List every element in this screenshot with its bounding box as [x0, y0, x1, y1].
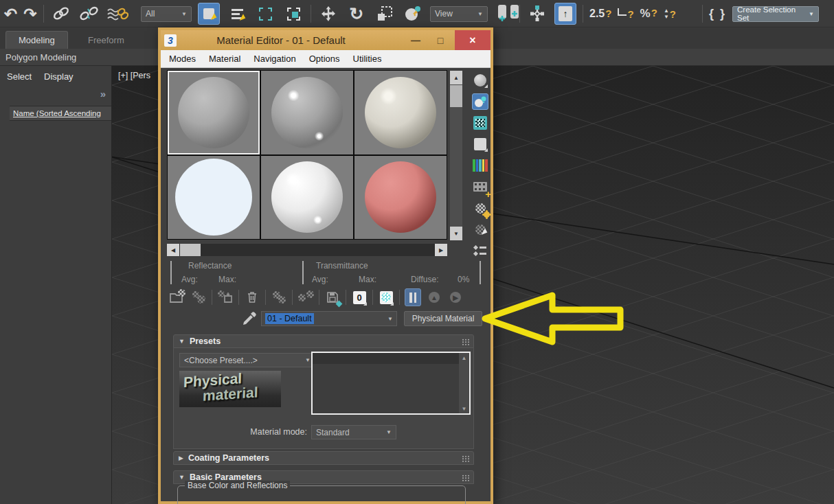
sample-type-button[interactable] [472, 72, 488, 89]
material-mode-dropdown[interactable]: Standard ▼ [311, 425, 396, 439]
put-to-library-button[interactable] [324, 288, 341, 306]
angle-snap-toggle-button[interactable]: ? [618, 8, 633, 20]
preset-description-box[interactable]: ▲ ▼ [311, 352, 471, 415]
close-button[interactable]: × [455, 30, 491, 50]
edit-named-selection-sets-button[interactable]: { } [709, 7, 726, 21]
material-editor-titlebar[interactable]: 3 Material Editor - 01 - Default — □ × [161, 30, 491, 50]
scrollbar-thumb[interactable] [450, 85, 462, 107]
scroll-up-button[interactable]: ▲ [450, 71, 462, 84]
description-scrollbar[interactable]: ▲ ▼ [459, 353, 469, 413]
scroll-right-button[interactable]: ▶ [435, 244, 447, 256]
go-to-parent-button[interactable]: ▲ [426, 288, 442, 306]
tab-freeform[interactable]: Freeform [76, 31, 137, 49]
transmittance-label: Transmittance [316, 261, 368, 271]
redo-icon[interactable]: ↷ [23, 6, 36, 22]
bind-to-space-warp-icon[interactable] [106, 3, 128, 25]
keyboard-shortcut-override-button[interactable]: ↑ [554, 3, 576, 25]
select-and-link-icon[interactable] [50, 3, 72, 25]
select-and-scale-button[interactable] [374, 3, 396, 25]
assign-material-to-selection-button[interactable] [217, 288, 234, 306]
scroll-down-button[interactable]: ▼ [459, 404, 469, 413]
scroll-down-button[interactable]: ▼ [450, 227, 462, 240]
drag-grip-icon[interactable] [462, 455, 470, 462]
material-type-button[interactable]: Physical Material [404, 311, 482, 326]
explorer-menu-select[interactable]: Select [7, 71, 32, 82]
sample-slot-1[interactable] [168, 71, 260, 154]
material-name-dropdown[interactable]: 01 - Default ▼ [261, 311, 397, 326]
toolbar-separator [702, 5, 703, 23]
manipulate-icon [528, 5, 546, 23]
select-by-material-button[interactable] [472, 221, 488, 238]
backlight-icon [473, 95, 487, 108]
spinner-snap-toggle-button[interactable]: ▲▼ ? [664, 8, 676, 20]
backlight-button[interactable] [472, 93, 488, 110]
make-preview-button[interactable]: + [472, 179, 488, 195]
menu-modes[interactable]: Modes [169, 54, 196, 64]
make-unique-button[interactable] [297, 288, 314, 306]
slot-horizontal-scrollbar[interactable]: ◀ ▶ [167, 244, 447, 256]
rollout-presets-header[interactable]: ▼ Presets [173, 334, 474, 348]
dropdown-arrow-icon: ▼ [305, 357, 311, 363]
material-id-channel-button[interactable]: 0 [351, 288, 368, 306]
scale-icon [376, 5, 393, 22]
snap-magnet-icon: ? [670, 8, 676, 20]
sample-slot-3[interactable] [354, 71, 447, 154]
background-button[interactable] [472, 115, 488, 131]
material-sphere [175, 159, 252, 236]
get-material-button[interactable] [169, 288, 185, 306]
pick-material-eyedropper-icon[interactable] [242, 311, 257, 326]
video-color-check-button[interactable] [472, 157, 488, 174]
viewport-label[interactable]: [+] [Pers [118, 71, 150, 80]
make-material-copy-button[interactable] [271, 288, 287, 306]
show-shaded-material-in-viewport-button[interactable] [378, 288, 394, 306]
sample-slot-2[interactable] [261, 71, 353, 154]
window-crossing-toggle-button[interactable] [282, 3, 304, 25]
put-material-to-scene-button[interactable] [190, 288, 207, 306]
snaps-toggle-button[interactable]: 2.5 ? [589, 8, 611, 20]
sample-slot-5[interactable] [261, 156, 353, 240]
selection-filter-dropdown[interactable]: All ▼ [141, 6, 192, 22]
diamond-icon [336, 301, 343, 308]
reference-coordinate-dropdown[interactable]: View ▼ [430, 6, 488, 22]
explorer-menu-display[interactable]: Display [44, 71, 74, 82]
scrollbar-thumb[interactable] [180, 244, 201, 256]
minimize-button[interactable]: — [407, 30, 425, 50]
unlink-selection-icon[interactable] [78, 3, 100, 25]
rollout-coating-parameters-header[interactable]: ▶ Coating Parameters [173, 451, 474, 465]
maximize-button[interactable]: □ [431, 30, 449, 50]
percent-snap-toggle-button[interactable]: % ? [640, 7, 657, 21]
scroll-left-button[interactable]: ◀ [167, 244, 179, 256]
pivot-center-icon [495, 4, 523, 23]
menu-options[interactable]: Options [309, 54, 340, 64]
rectangular-selection-region-button[interactable] [254, 3, 276, 25]
reset-material-button[interactable] [244, 288, 260, 306]
select-and-move-button[interactable] [317, 3, 339, 25]
undo-icon[interactable]: ↶ [4, 6, 17, 22]
sample-slot-4[interactable] [168, 156, 260, 240]
sample-uv-tiling-button[interactable] [472, 136, 488, 152]
go-forward-to-sibling-button[interactable]: ▶ [447, 288, 464, 306]
options-button[interactable] [472, 200, 488, 216]
slot-vertical-scrollbar[interactable]: ▲ ▼ [450, 71, 462, 240]
drag-grip-icon[interactable] [462, 474, 470, 481]
chain-icon [52, 6, 71, 21]
explorer-column-header[interactable]: Name (Sorted Ascending [10, 106, 111, 121]
menu-navigation[interactable]: Navigation [253, 54, 295, 64]
create-selection-set-dropdown[interactable]: Create Selection Set ▼ [732, 6, 819, 22]
select-and-rotate-button[interactable]: ↻ [346, 3, 368, 25]
select-and-place-button[interactable] [402, 3, 424, 25]
snap-magnet-icon: ? [651, 7, 657, 19]
sample-slot-6[interactable] [354, 156, 447, 240]
scroll-up-button[interactable]: ▲ [459, 353, 469, 363]
show-end-result-button[interactable] [405, 288, 421, 306]
choose-preset-dropdown[interactable]: <Choose Preset....> ▼ [179, 353, 315, 367]
tab-modeling[interactable]: Modeling [5, 31, 68, 49]
select-and-manipulate-button[interactable] [526, 3, 548, 25]
select-by-name-button[interactable] [226, 3, 248, 25]
material-map-navigator-button[interactable] [472, 242, 488, 259]
drag-grip-icon[interactable] [462, 339, 470, 345]
menu-utilities[interactable]: Utilities [353, 54, 382, 64]
select-object-button[interactable] [198, 3, 220, 25]
menu-material[interactable]: Material [209, 54, 240, 64]
expand-chevrons-icon[interactable]: » [100, 88, 106, 100]
